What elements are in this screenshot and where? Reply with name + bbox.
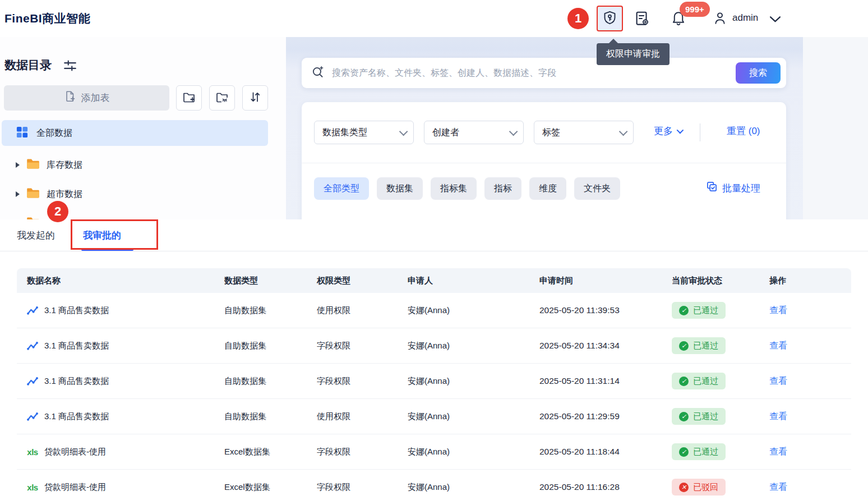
finebi-page: FineBI商业智能 bbox=[0, 0, 868, 500]
apply-time-cell: 2025-05-20 11:16:28 bbox=[539, 482, 672, 492]
permission-type-cell: 字段权限 bbox=[317, 341, 408, 351]
apply-time-cell: 2025-05-20 11:29:59 bbox=[539, 411, 672, 421]
tab-approved-by-me[interactable]: 我审批的 bbox=[83, 229, 121, 242]
status-cell: 已通过 bbox=[672, 408, 769, 425]
permission-approval-tooltip: 权限申请审批 bbox=[597, 43, 670, 65]
dropdown-label: 数据集类型 bbox=[322, 127, 367, 139]
sidebar-title: 数据目录 bbox=[4, 57, 52, 73]
tree-item-label: 库存数据 bbox=[47, 159, 82, 171]
approval-panel: 我发起的 我审批的 数据名称 数据类型 权限类型 申请人 申请时间 当前审批状态… bbox=[0, 219, 868, 500]
app-title: FineBI商业智能 bbox=[4, 11, 90, 26]
data-catalog-sidebar: 数据目录 添加表 bbox=[0, 37, 286, 219]
applicant-cell: 安娜(Anna) bbox=[408, 305, 539, 316]
add-table-button[interactable]: 添加表 bbox=[4, 85, 169, 111]
permission-approval-button[interactable] bbox=[597, 6, 623, 31]
filter-selects: 数据集类型 创建者 标签 bbox=[314, 121, 634, 144]
status-label: 已通过 bbox=[693, 341, 718, 351]
reset-filters-link[interactable]: 重置 (0) bbox=[727, 125, 760, 137]
status-cell: 已通过 bbox=[672, 373, 769, 389]
approval-tabs: 我发起的 我审批的 bbox=[0, 219, 868, 251]
type-pill[interactable]: 文件夹 bbox=[574, 177, 620, 200]
filter-dropdown[interactable]: 标签 bbox=[534, 121, 634, 144]
new-folder-button[interactable] bbox=[176, 85, 202, 111]
view-link[interactable]: 查看 bbox=[769, 376, 787, 386]
status-label: 已驳回 bbox=[693, 482, 718, 493]
status-cell: 已通过 bbox=[672, 337, 769, 354]
chevron-down-icon bbox=[619, 127, 628, 136]
sidebar-item-all-data[interactable]: 全部数据 bbox=[2, 120, 268, 146]
action-cell: 查看 bbox=[769, 481, 851, 493]
sidebar-item-supermarket-data[interactable]: 超市数据 bbox=[2, 181, 268, 207]
view-link[interactable]: 查看 bbox=[769, 482, 787, 492]
col-header: 申请时间 bbox=[539, 276, 672, 286]
asset-browser-main: 搜索 数据集类型 创建者 bbox=[286, 37, 803, 219]
view-link[interactable]: 查看 bbox=[769, 411, 787, 421]
view-link[interactable]: 查看 bbox=[769, 447, 787, 456]
col-header: 数据名称 bbox=[27, 276, 224, 286]
admin-username[interactable]: admin bbox=[732, 12, 758, 24]
more-filters-link[interactable]: 更多 bbox=[654, 125, 682, 137]
sort-button[interactable] bbox=[242, 85, 268, 111]
more-label: 更多 bbox=[654, 125, 673, 137]
search-button[interactable]: 搜索 bbox=[736, 62, 781, 84]
data-name-cell: xls 贷款明细表-使用 bbox=[27, 447, 224, 457]
permission-type-cell: 字段权限 bbox=[317, 482, 408, 493]
user-menu[interactable] bbox=[712, 10, 728, 28]
folder-hidden-eye-icon bbox=[215, 90, 229, 106]
filter-dropdown[interactable]: 数据集类型 bbox=[314, 121, 414, 144]
type-filter-pills: 全部类型 数据集 指标集 指标 维度 文件夹 bbox=[314, 177, 620, 200]
status-badge: 已通过 bbox=[672, 443, 726, 460]
data-name-text: 3.1 商品售卖数据 bbox=[44, 341, 109, 351]
add-table-label: 添加表 bbox=[81, 91, 110, 104]
apply-time-cell: 2025-05-20 11:18:44 bbox=[539, 447, 672, 457]
file-plus-icon bbox=[64, 90, 76, 105]
folder-icon bbox=[26, 158, 40, 172]
catalog-settings-icon[interactable] bbox=[63, 58, 77, 75]
status-badge: 已通过 bbox=[672, 302, 726, 319]
sidebar-item-inventory-data[interactable]: 库存数据 bbox=[2, 152, 268, 178]
type-pill[interactable]: 指标 bbox=[484, 177, 521, 200]
batch-process-link[interactable]: 批量处理 bbox=[706, 181, 760, 195]
top-header: FineBI商业智能 bbox=[0, 0, 868, 37]
view-link[interactable]: 查看 bbox=[769, 305, 787, 315]
sidebar-item-partial-folder[interactable] bbox=[2, 210, 268, 219]
hide-folder-button[interactable] bbox=[209, 85, 235, 111]
apply-time-cell: 2025-05-20 11:39:53 bbox=[539, 305, 672, 315]
dataset-type-icon: xls bbox=[27, 482, 38, 492]
right-strip bbox=[803, 37, 868, 219]
permission-type-cell: 使用权限 bbox=[317, 305, 408, 316]
caret-right-icon[interactable] bbox=[16, 191, 20, 197]
sort-arrows-icon bbox=[248, 90, 262, 106]
grid-icon bbox=[16, 126, 29, 141]
dataset-type-icon: xls bbox=[27, 341, 38, 351]
data-name-cell: xls 3.1 商品售卖数据 bbox=[27, 341, 224, 351]
folder-plus-icon bbox=[182, 90, 196, 106]
table-row: xls 贷款明细表-使用 Excel数据集 字段权限 安娜(Anna) 2025… bbox=[17, 434, 851, 470]
col-header: 权限类型 bbox=[317, 276, 408, 286]
action-cell: 查看 bbox=[769, 375, 851, 387]
active-tab-indicator bbox=[81, 249, 133, 251]
chevron-down-icon[interactable] bbox=[769, 15, 781, 25]
approval-table: 数据名称 数据类型 权限类型 申请人 申请时间 当前审批状态 操作 bbox=[17, 268, 851, 500]
type-pill[interactable]: 维度 bbox=[529, 177, 566, 200]
view-link[interactable]: 查看 bbox=[769, 341, 787, 350]
data-name-cell: xls 3.1 商品售卖数据 bbox=[27, 411, 224, 422]
type-pill[interactable]: 数据集 bbox=[377, 177, 423, 200]
batch-label: 批量处理 bbox=[722, 182, 760, 195]
caret-right-icon[interactable] bbox=[16, 162, 20, 168]
filter-dropdown[interactable]: 创建者 bbox=[424, 121, 524, 144]
dropdown-label: 创建者 bbox=[432, 127, 459, 139]
tab-initiated-by-me[interactable]: 我发起的 bbox=[17, 229, 55, 242]
type-pill[interactable]: 指标集 bbox=[431, 177, 477, 200]
action-cell: 查看 bbox=[769, 411, 851, 423]
template-manage-button[interactable] bbox=[634, 10, 650, 29]
data-name-text: 3.1 商品售卖数据 bbox=[44, 376, 109, 387]
type-pill[interactable]: 全部类型 bbox=[314, 177, 369, 200]
status-label: 已通过 bbox=[693, 305, 718, 316]
search-input[interactable] bbox=[332, 68, 736, 78]
status-badge: 已通过 bbox=[672, 337, 726, 354]
batch-check-icon bbox=[706, 181, 718, 195]
status-badge: 已通过 bbox=[672, 408, 726, 425]
status-dot-icon bbox=[679, 341, 689, 351]
status-label: 已通过 bbox=[693, 376, 718, 387]
